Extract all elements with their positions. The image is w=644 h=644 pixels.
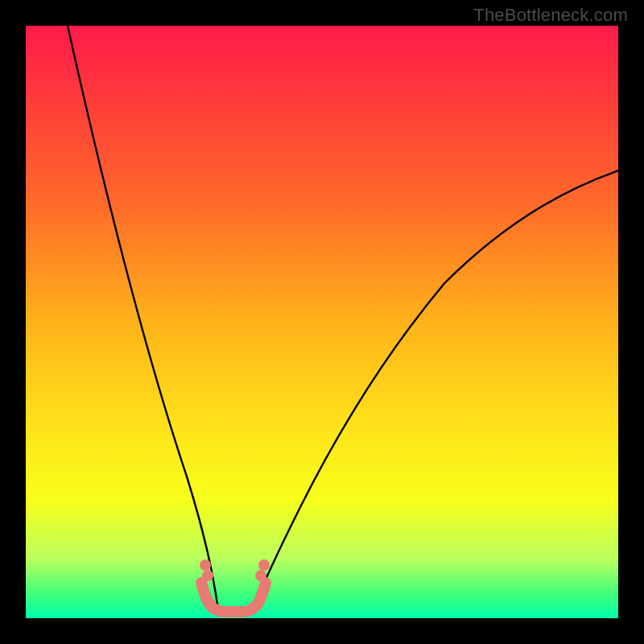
accent-bead xyxy=(255,570,266,581)
curve-layer xyxy=(26,26,618,618)
accent-bead xyxy=(202,570,213,581)
floor-accent xyxy=(201,583,266,612)
watermark-text: TheBottleneck.com xyxy=(473,5,628,26)
chart-container: TheBottleneck.com xyxy=(0,0,644,644)
accent-bead xyxy=(258,559,270,571)
right-curve xyxy=(251,171,618,613)
left-curve xyxy=(68,26,219,613)
plot-background xyxy=(26,26,618,618)
accent-bead xyxy=(200,559,211,571)
